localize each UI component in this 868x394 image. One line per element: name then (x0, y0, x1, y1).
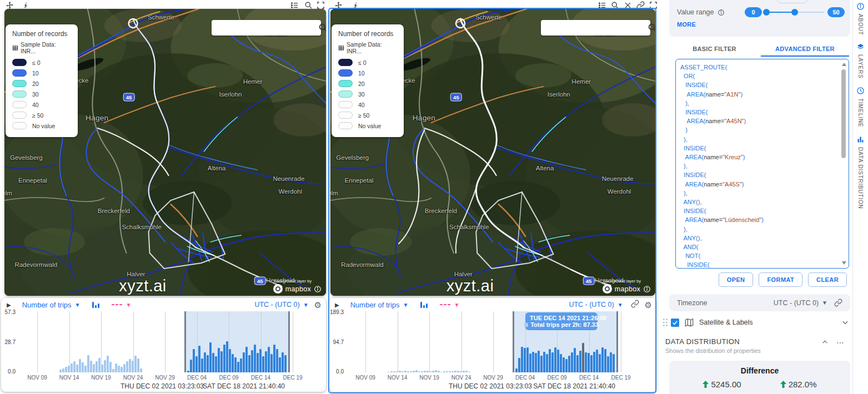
range-min-badge[interactable]: 0 (745, 7, 762, 17)
advanced-filter-editor[interactable]: ASSET_ROUTE( OR( INSIDE( AREA(name="A1N"… (675, 59, 849, 269)
bar (582, 343, 584, 372)
tab-basic-filter[interactable]: BASIC FILTER (669, 42, 760, 55)
bar (565, 359, 568, 372)
chevron-down-icon[interactable]: ▼ (822, 300, 827, 306)
selection-handle[interactable] (288, 311, 290, 372)
more-link[interactable]: MORE (677, 21, 696, 28)
gridline (621, 311, 621, 372)
search-icon[interactable] (303, 1, 313, 9)
selection-handle[interactable] (184, 311, 186, 372)
info-icon[interactable] (314, 285, 322, 293)
timeline-header: ▶ Number of trips ▼ ▼ UTC - (UTC 0) ▼ ⚙ (1, 298, 326, 311)
legend-swatch (338, 69, 353, 77)
pan-icon[interactable] (4, 1, 14, 9)
timeline-plot[interactable] (18, 311, 324, 372)
drag-handle-icon[interactable] (662, 318, 669, 327)
city-label: Ennepetal (18, 177, 47, 184)
play-icon[interactable]: ▶ (7, 302, 11, 308)
x-tick-label: DEC 14 (251, 375, 270, 381)
panel-tab-data-distribution[interactable]: DATA DISTRIBUTION (853, 135, 868, 209)
info-cursor-icon[interactable]: i (20, 1, 30, 9)
legend-row: No value (338, 122, 398, 129)
code-line: AND( (680, 243, 839, 251)
play-icon[interactable]: ▶ (335, 302, 339, 308)
info-icon[interactable] (718, 9, 725, 16)
panel-tab-timeline[interactable]: TIMELINE (853, 87, 868, 128)
map-search-box (212, 20, 321, 36)
link-icon[interactable] (626, 300, 639, 310)
scroll-up-icon[interactable] (842, 63, 846, 66)
search-icon[interactable] (648, 23, 655, 33)
metric-dropdown[interactable]: Number of trips (22, 301, 72, 309)
chevron-down-icon[interactable]: ▼ (403, 302, 409, 308)
x-axis-labels: NOV 09NOV 14NOV 19NOV 24NOV 29DEC 04DEC … (346, 375, 654, 382)
link-icon[interactable] (635, 1, 645, 9)
legend-list-icon[interactable] (289, 1, 299, 9)
slider-handle-right[interactable] (791, 9, 798, 16)
fullscreen-icon[interactable] (648, 1, 658, 9)
bar (201, 358, 203, 372)
map-search-input[interactable] (541, 20, 648, 36)
code-line: ), (680, 225, 839, 234)
panel-tab-layers[interactable]: LAYERS (853, 43, 868, 79)
close-icon[interactable] (623, 1, 633, 9)
open-button[interactable]: OPEN (719, 272, 754, 287)
value-range-row: Value range 0 50 (677, 6, 845, 19)
chevron-down-icon[interactable]: ▼ (75, 302, 81, 308)
timezone-dropdown[interactable]: UTC - (UTC 0) (569, 301, 614, 309)
layer-checkbox[interactable] (671, 319, 679, 327)
gear-icon[interactable]: ⚙ (645, 301, 652, 309)
line-style-icon[interactable] (440, 304, 450, 305)
base-layer-row[interactable]: Satellite & Labels (662, 314, 849, 331)
map-search-input[interactable] (212, 20, 318, 36)
range-max-badge[interactable]: 50 (827, 7, 845, 17)
gear-icon[interactable]: ⚙ (314, 301, 322, 309)
info-icon[interactable] (643, 285, 651, 293)
mapbox-logo-icon[interactable] (273, 284, 283, 294)
legend-list-icon[interactable] (597, 1, 607, 9)
timezone-dropdown[interactable]: UTC - (UTC 0) (254, 301, 299, 309)
timeline-plot[interactable] (346, 311, 654, 372)
chevron-up-icon[interactable] (821, 339, 829, 346)
scroll-down-icon[interactable] (842, 261, 846, 265)
slider-handle-left[interactable] (763, 9, 770, 16)
chevron-down-icon[interactable]: ▼ (126, 302, 131, 308)
x-tick-label: NOV 24 (123, 375, 143, 381)
bar (599, 354, 601, 372)
info-cursor-icon[interactable]: i (350, 1, 360, 9)
map-canvas-left[interactable]: SchwerteMendenHemerIserlohnHerdeckeWette… (4, 9, 326, 296)
map-canvas-right[interactable]: SchwerteMendenHemerIserlohnHerdeckeWette… (330, 9, 655, 296)
gridline (493, 311, 494, 372)
bar (451, 371, 454, 372)
bar (134, 356, 137, 372)
range-slider[interactable] (765, 12, 824, 13)
pan-icon[interactable] (333, 1, 343, 9)
scrollbar[interactable] (840, 60, 847, 267)
timezone-dropdown[interactable]: UTC - (UTC 0) (774, 299, 819, 307)
clear-button[interactable]: CLEAR (808, 272, 847, 287)
mapbox-logo-icon[interactable] (603, 284, 612, 294)
chevron-down-icon[interactable]: ▼ (618, 302, 623, 308)
bar (212, 353, 214, 372)
chevron-down-icon[interactable] (841, 319, 849, 326)
selection-handle[interactable] (616, 311, 618, 372)
chevron-down-icon[interactable]: ▼ (454, 302, 459, 308)
tooltip-timestamp: TUE DEC 14 2021 21:26:00 (530, 315, 593, 321)
search-icon[interactable] (318, 23, 326, 33)
bar-chart-icon[interactable] (92, 301, 99, 308)
scroll-thumb[interactable] (841, 69, 846, 158)
line-style-icon[interactable] (112, 304, 122, 305)
more-options-icon[interactable]: ⋯ (836, 340, 845, 345)
fullscreen-icon[interactable] (315, 1, 325, 9)
tab-advanced-filter[interactable]: ADVANCED FILTER (760, 42, 850, 55)
panel-tab-about[interactable]: ABOUT (853, 2, 868, 35)
trend-up-icon (703, 381, 709, 388)
bar-chart-icon[interactable] (420, 301, 428, 308)
bar (515, 368, 518, 372)
selection-handle[interactable] (513, 311, 514, 372)
metric-dropdown[interactable]: Number of trips (350, 301, 400, 309)
link-icon[interactable] (834, 299, 842, 307)
search-icon[interactable] (610, 1, 620, 9)
format-button[interactable]: FORMAT (759, 272, 802, 287)
chevron-down-icon[interactable]: ▼ (303, 302, 309, 308)
